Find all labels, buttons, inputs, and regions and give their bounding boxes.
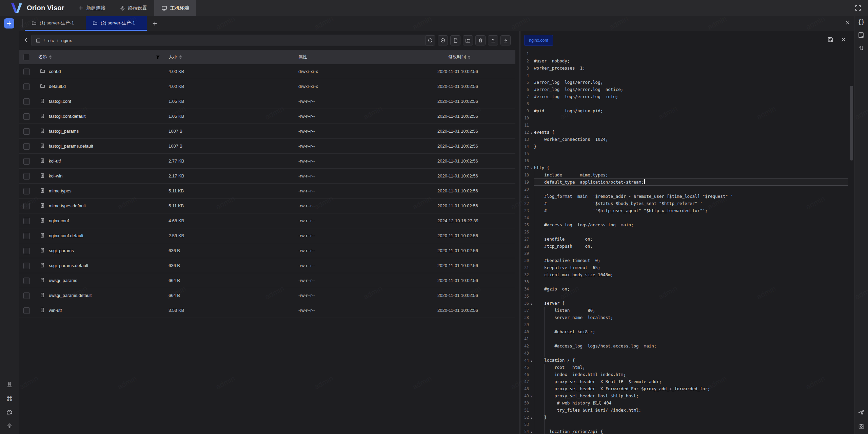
code-line-38[interactable]: 38 server_name localhost; <box>521 314 854 321</box>
table-row[interactable]: nginx.conf.default 2.59 KB -rw-r--r-- 20… <box>19 228 515 243</box>
camera-icon[interactable] <box>858 423 865 429</box>
code-line-27[interactable]: 27 sendfile on; <box>521 235 854 243</box>
code-line-42[interactable]: 42 #access_log logs/host.access.log main… <box>521 342 854 350</box>
code-line-8[interactable]: 8 <box>521 100 854 107</box>
code-line-52[interactable]: 52∨ } <box>521 414 854 421</box>
code-line-6[interactable]: 6#error_log logs/error.log notice; <box>521 86 854 93</box>
row-checkbox[interactable] <box>23 158 30 165</box>
row-checkbox[interactable] <box>23 69 30 75</box>
code-line-7[interactable]: 7#error_log logs/error.log info; <box>521 93 854 100</box>
new-file-button[interactable] <box>450 35 460 45</box>
row-checkbox[interactable] <box>23 218 30 224</box>
file-name[interactable]: default.d <box>49 79 66 94</box>
code-line-31[interactable]: 31 keepalive_timeout 65; <box>521 264 854 271</box>
row-checkbox[interactable] <box>23 173 30 180</box>
editor-scrollbar[interactable] <box>850 86 853 161</box>
row-checkbox[interactable] <box>23 263 30 269</box>
table-row[interactable]: koi-utf 2.77 KB -rw-r--r-- 2020-11-01 10… <box>19 154 515 169</box>
table-row[interactable]: fastcgi_params.default 1007 B -rw-r--r--… <box>19 139 515 154</box>
row-checkbox[interactable] <box>23 188 30 194</box>
file-name[interactable]: fastcgi_params <box>49 124 79 138</box>
file-name[interactable]: mime.types.default <box>49 199 86 213</box>
table-row[interactable]: koi-win 2.17 KB -rw-r--r-- 2020-11-01 10… <box>19 169 515 184</box>
row-checkbox[interactable] <box>23 203 30 209</box>
upload-button[interactable] <box>488 35 498 45</box>
fold-chevron-icon[interactable]: ∨ <box>529 393 534 400</box>
code-line-12[interactable]: 12∨events { <box>521 129 854 136</box>
row-checkbox[interactable] <box>23 143 30 150</box>
new-tab-button[interactable] <box>152 16 157 31</box>
row-checkbox[interactable] <box>23 293 30 299</box>
panel-divider[interactable] <box>519 31 520 434</box>
file-name[interactable]: conf.d <box>49 64 61 79</box>
row-checkbox[interactable] <box>23 233 30 239</box>
command-icon[interactable]: ⌘ <box>6 395 13 402</box>
fold-chevron-icon[interactable]: ∨ <box>529 357 534 364</box>
palette-icon[interactable] <box>6 409 13 416</box>
code-line-40[interactable]: 40 #charset koi8-r; <box>521 328 854 335</box>
panel-close-icon[interactable] <box>845 20 850 27</box>
code-line-50[interactable]: 50 # web history 模式 404 <box>521 399 854 407</box>
new-session-button[interactable] <box>4 18 14 29</box>
file-name[interactable]: koi-utf <box>49 154 61 168</box>
file-name[interactable]: fastcgi.conf.default <box>49 109 85 124</box>
table-row[interactable]: fastcgi.conf 1.05 KB -rw-r--r-- 2020-11-… <box>19 94 515 109</box>
code-line-19[interactable]: 19 default_type application/octet-stream… <box>521 178 854 186</box>
code-line-5[interactable]: 5#error_log logs/error.log; <box>521 79 854 86</box>
code-line-54[interactable]: 54∨ location /orion/api { <box>521 428 854 434</box>
code-line-17[interactable]: 17∨http { <box>521 164 854 171</box>
sort-mtime-icon[interactable] <box>468 55 471 59</box>
row-checkbox[interactable] <box>23 248 30 254</box>
fold-chevron-icon[interactable]: ∨ <box>529 129 534 136</box>
code-line-39[interactable]: 39 <box>521 321 854 328</box>
breadcrumb-segment[interactable]: etc <box>48 38 54 43</box>
code-line-25[interactable]: 25 #access_log logs/access.log main; <box>521 221 854 228</box>
top-menu-item-3[interactable]: 主机终端 <box>154 0 196 16</box>
fold-chevron-icon[interactable]: ∨ <box>529 414 534 421</box>
file-name[interactable]: fastcgi_params.default <box>49 139 93 153</box>
file-name[interactable]: win-utf <box>49 303 62 318</box>
code-line-14[interactable]: 14} <box>521 143 854 150</box>
table-row[interactable]: mime.types.default 5.11 KB -rw-r--r-- 20… <box>19 199 515 213</box>
table-row[interactable]: scgi_params 636 B -rw-r--r-- 2020-11-01 … <box>19 243 515 258</box>
row-checkbox[interactable] <box>23 307 30 314</box>
code-line-16[interactable]: 16 <box>521 157 854 164</box>
code-line-34[interactable]: 34 #gzip on; <box>521 285 854 293</box>
send-icon[interactable] <box>858 409 865 416</box>
refresh-button[interactable] <box>425 35 435 45</box>
code-line-48[interactable]: 48 proxy_set_header X-Forwarded-For $pro… <box>521 385 854 392</box>
file-name[interactable]: scgi_params.default <box>49 258 88 273</box>
code-line-53[interactable]: 53 <box>521 421 854 428</box>
download-button[interactable] <box>500 35 511 45</box>
table-row[interactable]: default.d 4.00 KB drwxr-xr-x 2020-11-01 … <box>19 79 515 94</box>
code-line-49[interactable]: 49∨ proxy_set_header Host $http_host; <box>521 392 854 399</box>
file-name[interactable]: koi-win <box>49 169 62 183</box>
row-checkbox[interactable] <box>23 278 30 284</box>
row-checkbox[interactable] <box>23 98 30 105</box>
back-button[interactable] <box>22 36 31 44</box>
table-row[interactable]: uwsgi_params.default 664 B -rw-r--r-- 20… <box>19 288 515 303</box>
code-line-47[interactable]: 47 proxy_set_header X-Real-IP $remote_ad… <box>521 378 854 385</box>
code-line-1[interactable]: 1 <box>521 50 854 57</box>
table-row[interactable]: mime.types 5.11 KB -rw-r--r-- 2020-11-01… <box>19 184 515 199</box>
file-name[interactable]: uwsgi_params <box>49 273 77 288</box>
preview-button[interactable] <box>438 35 448 45</box>
code-line-4[interactable]: 4 <box>521 72 854 79</box>
code-line-32[interactable]: 32 client_max_body_size 1048m; <box>521 271 854 278</box>
code-line-29[interactable]: 29 <box>521 250 854 257</box>
code-line-15[interactable]: 15 <box>521 150 854 157</box>
code-line-22[interactable]: 22 # '$status $body_bytes_sent "$http_re… <box>521 200 854 207</box>
code-line-26[interactable]: 26 <box>521 228 854 235</box>
fold-chevron-icon[interactable]: ∨ <box>529 428 534 434</box>
code-line-51[interactable]: 51 try_files $uri $uri/ /index.html; <box>521 407 854 414</box>
row-checkbox[interactable] <box>23 128 30 135</box>
code-line-43[interactable]: 43 <box>521 350 854 357</box>
user-icon[interactable] <box>6 381 13 388</box>
form-bookmark-icon[interactable] <box>858 32 864 38</box>
fold-chevron-icon[interactable]: ∨ <box>529 300 534 307</box>
code-line-23[interactable]: 23 # '"$http_user_agent" "$http_x_forwar… <box>521 207 854 214</box>
file-name[interactable]: nginx.conf.default <box>49 228 83 243</box>
code-line-37[interactable]: 37 listen 80; <box>521 307 854 314</box>
code-line-11[interactable]: 11 <box>521 121 854 129</box>
code-line-41[interactable]: 41 <box>521 335 854 342</box>
